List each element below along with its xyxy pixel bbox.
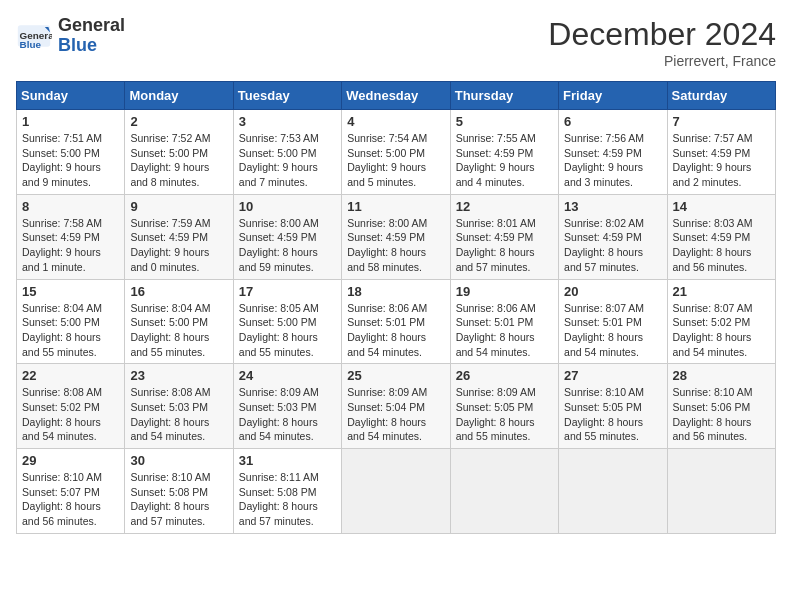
day-number: 7 (673, 114, 770, 129)
day-number: 13 (564, 199, 661, 214)
page-header: General Blue General Blue December 2024 … (16, 16, 776, 69)
day-number: 5 (456, 114, 553, 129)
day-info: Sunrise: 8:09 AMSunset: 5:03 PMDaylight:… (239, 385, 336, 444)
day-info: Sunrise: 8:10 AMSunset: 5:06 PMDaylight:… (673, 385, 770, 444)
calendar-cell: 6Sunrise: 7:56 AMSunset: 4:59 PMDaylight… (559, 110, 667, 195)
day-info: Sunrise: 8:09 AMSunset: 5:04 PMDaylight:… (347, 385, 444, 444)
day-info: Sunrise: 8:05 AMSunset: 5:00 PMDaylight:… (239, 301, 336, 360)
calendar-cell: 26Sunrise: 8:09 AMSunset: 5:05 PMDayligh… (450, 364, 558, 449)
day-number: 31 (239, 453, 336, 468)
day-info: Sunrise: 8:08 AMSunset: 5:02 PMDaylight:… (22, 385, 119, 444)
calendar-week-row: 1Sunrise: 7:51 AMSunset: 5:00 PMDaylight… (17, 110, 776, 195)
calendar-cell: 28Sunrise: 8:10 AMSunset: 5:06 PMDayligh… (667, 364, 775, 449)
day-info: Sunrise: 8:06 AMSunset: 5:01 PMDaylight:… (347, 301, 444, 360)
calendar-cell: 17Sunrise: 8:05 AMSunset: 5:00 PMDayligh… (233, 279, 341, 364)
day-number: 30 (130, 453, 227, 468)
calendar-cell: 2Sunrise: 7:52 AMSunset: 5:00 PMDaylight… (125, 110, 233, 195)
day-number: 14 (673, 199, 770, 214)
day-info: Sunrise: 8:06 AMSunset: 5:01 PMDaylight:… (456, 301, 553, 360)
day-number: 18 (347, 284, 444, 299)
day-info: Sunrise: 8:11 AMSunset: 5:08 PMDaylight:… (239, 470, 336, 529)
weekday-header-tuesday: Tuesday (233, 82, 341, 110)
calendar-cell: 11Sunrise: 8:00 AMSunset: 4:59 PMDayligh… (342, 194, 450, 279)
day-number: 21 (673, 284, 770, 299)
calendar-cell: 16Sunrise: 8:04 AMSunset: 5:00 PMDayligh… (125, 279, 233, 364)
weekday-header-sunday: Sunday (17, 82, 125, 110)
day-number: 2 (130, 114, 227, 129)
calendar-header-row: SundayMondayTuesdayWednesdayThursdayFrid… (17, 82, 776, 110)
calendar-cell: 20Sunrise: 8:07 AMSunset: 5:01 PMDayligh… (559, 279, 667, 364)
day-number: 3 (239, 114, 336, 129)
calendar-cell (667, 449, 775, 534)
day-info: Sunrise: 7:53 AMSunset: 5:00 PMDaylight:… (239, 131, 336, 190)
day-info: Sunrise: 7:52 AMSunset: 5:00 PMDaylight:… (130, 131, 227, 190)
day-info: Sunrise: 8:04 AMSunset: 5:00 PMDaylight:… (130, 301, 227, 360)
calendar-cell: 24Sunrise: 8:09 AMSunset: 5:03 PMDayligh… (233, 364, 341, 449)
day-info: Sunrise: 8:10 AMSunset: 5:07 PMDaylight:… (22, 470, 119, 529)
day-number: 15 (22, 284, 119, 299)
logo: General Blue General Blue (16, 16, 125, 56)
calendar-week-row: 29Sunrise: 8:10 AMSunset: 5:07 PMDayligh… (17, 449, 776, 534)
day-info: Sunrise: 8:07 AMSunset: 5:02 PMDaylight:… (673, 301, 770, 360)
weekday-header-monday: Monday (125, 82, 233, 110)
day-info: Sunrise: 7:55 AMSunset: 4:59 PMDaylight:… (456, 131, 553, 190)
calendar-cell: 1Sunrise: 7:51 AMSunset: 5:00 PMDaylight… (17, 110, 125, 195)
day-number: 16 (130, 284, 227, 299)
logo-text: General Blue (58, 16, 125, 56)
day-info: Sunrise: 8:03 AMSunset: 4:59 PMDaylight:… (673, 216, 770, 275)
day-info: Sunrise: 8:08 AMSunset: 5:03 PMDaylight:… (130, 385, 227, 444)
calendar-week-row: 15Sunrise: 8:04 AMSunset: 5:00 PMDayligh… (17, 279, 776, 364)
day-number: 11 (347, 199, 444, 214)
calendar-cell: 22Sunrise: 8:08 AMSunset: 5:02 PMDayligh… (17, 364, 125, 449)
day-number: 28 (673, 368, 770, 383)
day-number: 22 (22, 368, 119, 383)
day-number: 10 (239, 199, 336, 214)
weekday-header-wednesday: Wednesday (342, 82, 450, 110)
day-number: 19 (456, 284, 553, 299)
day-number: 9 (130, 199, 227, 214)
day-info: Sunrise: 7:54 AMSunset: 5:00 PMDaylight:… (347, 131, 444, 190)
calendar-cell: 15Sunrise: 8:04 AMSunset: 5:00 PMDayligh… (17, 279, 125, 364)
day-info: Sunrise: 7:57 AMSunset: 4:59 PMDaylight:… (673, 131, 770, 190)
day-number: 8 (22, 199, 119, 214)
location-subtitle: Pierrevert, France (548, 53, 776, 69)
logo-icon: General Blue (16, 18, 52, 54)
calendar-cell (559, 449, 667, 534)
svg-text:Blue: Blue (20, 38, 42, 49)
weekday-header-friday: Friday (559, 82, 667, 110)
day-info: Sunrise: 8:01 AMSunset: 4:59 PMDaylight:… (456, 216, 553, 275)
day-number: 20 (564, 284, 661, 299)
logo-line1: General (58, 15, 125, 35)
day-info: Sunrise: 8:10 AMSunset: 5:05 PMDaylight:… (564, 385, 661, 444)
day-number: 6 (564, 114, 661, 129)
day-info: Sunrise: 8:07 AMSunset: 5:01 PMDaylight:… (564, 301, 661, 360)
calendar-cell (342, 449, 450, 534)
calendar-cell: 14Sunrise: 8:03 AMSunset: 4:59 PMDayligh… (667, 194, 775, 279)
calendar-cell (450, 449, 558, 534)
weekday-header-saturday: Saturday (667, 82, 775, 110)
day-info: Sunrise: 8:00 AMSunset: 4:59 PMDaylight:… (347, 216, 444, 275)
calendar-cell: 12Sunrise: 8:01 AMSunset: 4:59 PMDayligh… (450, 194, 558, 279)
calendar-cell: 19Sunrise: 8:06 AMSunset: 5:01 PMDayligh… (450, 279, 558, 364)
day-info: Sunrise: 7:58 AMSunset: 4:59 PMDaylight:… (22, 216, 119, 275)
calendar-cell: 27Sunrise: 8:10 AMSunset: 5:05 PMDayligh… (559, 364, 667, 449)
calendar-cell: 5Sunrise: 7:55 AMSunset: 4:59 PMDaylight… (450, 110, 558, 195)
calendar-cell: 13Sunrise: 8:02 AMSunset: 4:59 PMDayligh… (559, 194, 667, 279)
calendar-cell: 7Sunrise: 7:57 AMSunset: 4:59 PMDaylight… (667, 110, 775, 195)
calendar-cell: 29Sunrise: 8:10 AMSunset: 5:07 PMDayligh… (17, 449, 125, 534)
day-info: Sunrise: 8:00 AMSunset: 4:59 PMDaylight:… (239, 216, 336, 275)
day-info: Sunrise: 8:10 AMSunset: 5:08 PMDaylight:… (130, 470, 227, 529)
calendar-cell: 10Sunrise: 8:00 AMSunset: 4:59 PMDayligh… (233, 194, 341, 279)
weekday-header-thursday: Thursday (450, 82, 558, 110)
day-number: 24 (239, 368, 336, 383)
calendar-cell: 25Sunrise: 8:09 AMSunset: 5:04 PMDayligh… (342, 364, 450, 449)
calendar-cell: 21Sunrise: 8:07 AMSunset: 5:02 PMDayligh… (667, 279, 775, 364)
calendar-cell: 18Sunrise: 8:06 AMSunset: 5:01 PMDayligh… (342, 279, 450, 364)
title-block: December 2024 Pierrevert, France (548, 16, 776, 69)
calendar-week-row: 22Sunrise: 8:08 AMSunset: 5:02 PMDayligh… (17, 364, 776, 449)
day-number: 4 (347, 114, 444, 129)
day-info: Sunrise: 8:02 AMSunset: 4:59 PMDaylight:… (564, 216, 661, 275)
day-number: 29 (22, 453, 119, 468)
day-info: Sunrise: 7:56 AMSunset: 4:59 PMDaylight:… (564, 131, 661, 190)
day-number: 27 (564, 368, 661, 383)
